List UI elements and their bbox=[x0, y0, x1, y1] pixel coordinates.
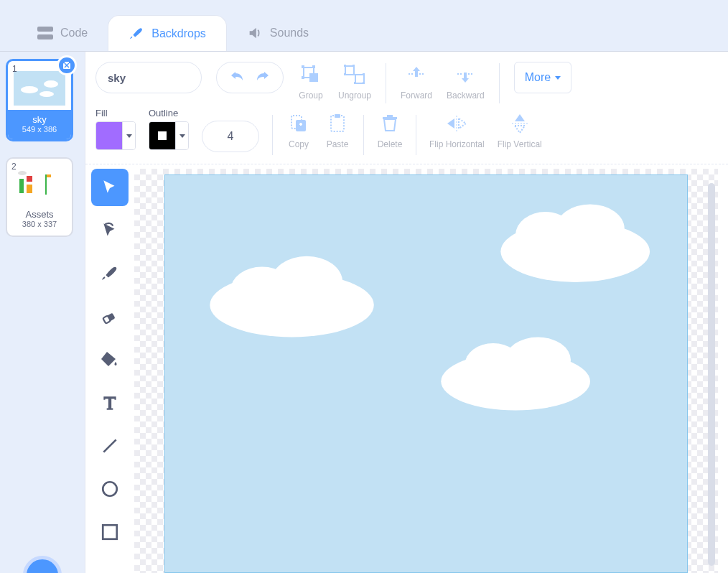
outline-swatch bbox=[149, 122, 175, 149]
ungroup-label: Ungroup bbox=[338, 90, 371, 101]
backdrop-item-assets[interactable]: 2 Assets 380 x 337 bbox=[6, 157, 73, 237]
backdrop-list: 1 sky 549 x 386 2 bbox=[0, 52, 85, 573]
tool-brush[interactable] bbox=[91, 255, 129, 292]
forward-label: Forward bbox=[401, 90, 432, 101]
sound-icon bbox=[247, 25, 263, 41]
group-label: Group bbox=[299, 90, 322, 101]
flip-horizontal-icon bbox=[444, 111, 470, 136]
separator bbox=[272, 115, 273, 155]
ungroup-button[interactable]: Ungroup bbox=[338, 62, 371, 101]
svg-point-55 bbox=[505, 337, 571, 383]
svg-point-7 bbox=[21, 86, 38, 93]
paint-canvas[interactable] bbox=[134, 169, 718, 573]
svg-rect-38 bbox=[383, 117, 397, 119]
caret-down-icon bbox=[122, 122, 135, 149]
svg-rect-6 bbox=[14, 71, 65, 106]
undo-button[interactable] bbox=[230, 70, 244, 85]
backdrop-name-input[interactable] bbox=[95, 62, 202, 93]
tab-code[interactable]: Code bbox=[17, 15, 108, 51]
trash-icon bbox=[377, 111, 403, 136]
more-label: More bbox=[525, 71, 551, 84]
canvas-area bbox=[85, 164, 728, 573]
svg-point-45 bbox=[103, 482, 117, 496]
add-backdrop-button[interactable] bbox=[23, 556, 62, 573]
flip-vertical-icon bbox=[507, 111, 533, 136]
paste-button[interactable]: Paste bbox=[325, 111, 350, 149]
flip-v-label: Flip Vertical bbox=[498, 139, 542, 149]
flip-h-label: Flip Horizontal bbox=[429, 139, 485, 149]
svg-rect-26 bbox=[344, 73, 346, 75]
fill-label: Fill bbox=[95, 108, 136, 118]
main-area: 1 sky 549 x 386 2 bbox=[0, 52, 728, 573]
backward-button[interactable]: Backward bbox=[447, 62, 485, 101]
tool-fill[interactable] bbox=[91, 341, 129, 378]
tab-backdrops-label: Backdrops bbox=[151, 27, 206, 40]
tool-eraser[interactable] bbox=[91, 298, 129, 335]
fill-swatch bbox=[96, 122, 122, 149]
tab-sounds-label: Sounds bbox=[270, 27, 309, 39]
flip-horizontal-button[interactable]: Flip Horizontal bbox=[429, 111, 485, 149]
brush-icon bbox=[129, 26, 144, 42]
outline-color-picker[interactable] bbox=[149, 121, 189, 150]
tool-column bbox=[85, 164, 134, 573]
delete-button[interactable]: Delete bbox=[377, 111, 403, 149]
copy-icon bbox=[286, 111, 312, 136]
outline-width-input[interactable]: 4 bbox=[202, 121, 259, 152]
toolbar-row-1: Group Ungroup Forward Backward bbox=[85, 52, 728, 106]
svg-point-16 bbox=[18, 171, 27, 175]
svg-rect-15 bbox=[47, 174, 51, 177]
tab-sounds[interactable]: Sounds bbox=[227, 15, 329, 51]
flip-vertical-button[interactable]: Flip Vertical bbox=[498, 111, 542, 149]
tool-rectangle[interactable] bbox=[91, 513, 129, 551]
forward-icon bbox=[403, 62, 429, 88]
svg-rect-18 bbox=[309, 73, 318, 82]
forward-button[interactable]: Forward bbox=[401, 62, 432, 101]
backward-icon bbox=[452, 62, 478, 88]
backdrop-dimensions: 380 x 337 bbox=[10, 220, 69, 228]
svg-rect-12 bbox=[27, 185, 32, 193]
outline-width-value: 4 bbox=[228, 130, 234, 143]
backdrop-index: 2 bbox=[11, 162, 17, 172]
paste-label: Paste bbox=[327, 139, 349, 149]
svg-rect-46 bbox=[103, 525, 117, 539]
tool-select[interactable] bbox=[91, 169, 129, 206]
vertical-scrollbar[interactable] bbox=[708, 183, 715, 566]
separator bbox=[386, 63, 386, 103]
fill-color-picker[interactable] bbox=[95, 121, 136, 150]
svg-line-44 bbox=[103, 439, 116, 452]
group-button[interactable]: Group bbox=[298, 62, 324, 101]
backward-label: Backward bbox=[447, 90, 485, 101]
tool-reshape[interactable] bbox=[91, 212, 129, 249]
tab-bar: Code Backdrops Sounds bbox=[0, 0, 728, 52]
svg-rect-27 bbox=[363, 73, 365, 75]
caret-down-icon bbox=[555, 76, 561, 80]
more-button[interactable]: More bbox=[514, 62, 571, 93]
backdrop-thumb bbox=[14, 71, 65, 106]
tab-backdrops[interactable]: Backdrops bbox=[108, 15, 227, 51]
svg-rect-29 bbox=[363, 82, 365, 84]
delete-backdrop-button[interactable] bbox=[57, 55, 77, 75]
svg-rect-11 bbox=[19, 179, 24, 193]
separator bbox=[363, 115, 364, 155]
backdrop-dimensions: 549 x 386 bbox=[8, 125, 71, 134]
backdrop-name: Assets bbox=[10, 209, 69, 220]
tool-line[interactable] bbox=[91, 427, 129, 465]
redo-button[interactable] bbox=[256, 70, 270, 85]
blocks-icon bbox=[37, 25, 53, 41]
paint-editor: Group Ungroup Forward Backward bbox=[85, 52, 728, 573]
tool-text[interactable] bbox=[91, 384, 129, 421]
separator bbox=[499, 63, 500, 103]
tool-circle[interactable] bbox=[91, 470, 129, 508]
copy-button[interactable]: Copy bbox=[286, 111, 312, 149]
separator bbox=[416, 115, 416, 155]
svg-rect-37 bbox=[335, 114, 340, 118]
delete-label: Delete bbox=[378, 139, 403, 149]
svg-rect-20 bbox=[312, 65, 315, 68]
backdrop-item-sky[interactable]: 1 sky 549 x 386 bbox=[6, 59, 73, 141]
svg-rect-19 bbox=[302, 65, 304, 68]
svg-rect-1 bbox=[37, 34, 53, 39]
ungroup-icon bbox=[342, 62, 368, 88]
svg-point-9 bbox=[39, 91, 54, 97]
backdrop-index: 1 bbox=[12, 64, 17, 74]
svg-rect-3 bbox=[65, 62, 69, 63]
